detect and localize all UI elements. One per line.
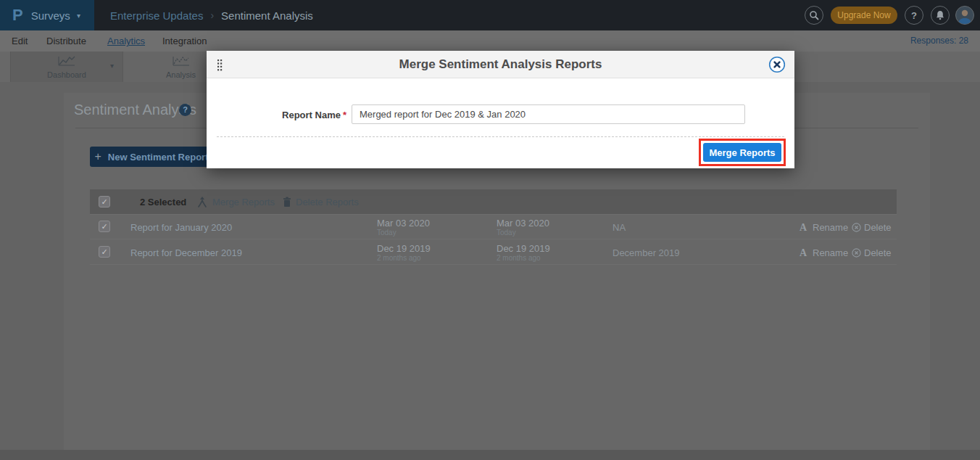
report-period: NA — [612, 222, 626, 233]
delete-action[interactable]: Delete — [864, 222, 892, 233]
report-name-label: Report Name* — [250, 110, 346, 120]
modified-date: Dec 19 2019 — [497, 243, 550, 254]
required-asterisk: * — [343, 110, 346, 120]
top-bar: P Surveys ▾ Enterprise Updates › Sentime… — [0, 0, 980, 30]
caret-down-icon: ▾ — [110, 62, 114, 70]
trash-icon — [283, 197, 291, 208]
nav-item-analytics[interactable]: Analytics — [107, 30, 145, 52]
modal-title: Merge Sentiment Analysis Reports — [207, 51, 794, 78]
modified-relative: Today — [497, 229, 516, 237]
merge-reports-modal: Merge Sentiment Analysis Reports Report … — [207, 51, 794, 168]
analysis-chart-icon — [172, 55, 191, 67]
report-row-december-2019: ✓ Report for December 2019 Dec 19 2019 2… — [90, 240, 897, 265]
chevron-right-icon: › — [210, 9, 214, 21]
page-title: Sentiment Analysis — [74, 102, 196, 118]
page-help-icon[interactable]: ? — [179, 104, 191, 116]
caret-down-icon: ▾ — [77, 12, 80, 20]
search-icon — [809, 10, 819, 20]
help-button[interactable]: ? — [905, 6, 923, 25]
delete-reports-action[interactable]: Delete Reports — [296, 197, 359, 208]
app-screen: P Surveys ▾ Enterprise Updates › Sentime… — [0, 0, 980, 460]
survey-nav: Edit Distribute Analytics Integration Re… — [0, 30, 980, 52]
merge-reports-action[interactable]: Merge Reports — [212, 197, 275, 208]
report-name-input[interactable] — [352, 104, 745, 124]
question-mark-icon: ? — [911, 10, 917, 21]
modal-header: Merge Sentiment Analysis Reports — [207, 51, 794, 78]
person-icon — [956, 7, 973, 24]
surveys-menu[interactable]: P Surveys ▾ — [0, 0, 94, 30]
plus-icon: + — [94, 150, 101, 163]
breadcrumb-current: Sentiment Analysis — [221, 9, 313, 22]
delete-circle-x-icon — [852, 223, 861, 232]
row-checkbox[interactable]: ✓ — [99, 246, 110, 258]
breadcrumb: Enterprise Updates › Sentiment Analysis — [110, 0, 313, 30]
nav-item-edit[interactable]: Edit — [12, 30, 28, 52]
search-button[interactable] — [805, 6, 823, 25]
check-icon: ✓ — [101, 197, 107, 206]
line-chart-icon — [57, 55, 76, 67]
report-name-link[interactable]: Report for December 2019 — [130, 247, 242, 258]
responses-count: Responses: 28 — [910, 30, 968, 52]
bulk-actions-bar: ✓ 2 Selected Merge Reports Delete Report… — [90, 189, 897, 215]
modified-relative: 2 months ago — [497, 254, 541, 262]
check-icon: ✓ — [101, 247, 107, 256]
user-avatar[interactable] — [955, 6, 974, 25]
created-date: Mar 03 2020 — [377, 218, 430, 229]
delete-action[interactable]: Delete — [864, 247, 892, 258]
report-name-link[interactable]: Report for January 2020 — [130, 222, 232, 233]
check-icon: ✓ — [101, 222, 107, 231]
bell-icon — [935, 10, 945, 20]
rename-icon: A — [800, 247, 807, 259]
rename-action[interactable]: Rename — [813, 247, 848, 258]
footer-strip — [0, 450, 980, 460]
upgrade-now-button[interactable]: Upgrade Now — [831, 7, 897, 24]
notifications-button[interactable] — [931, 6, 950, 25]
created-relative: Today — [377, 229, 396, 237]
breadcrumb-parent[interactable]: Enterprise Updates — [110, 9, 203, 22]
merge-reports-button[interactable]: Merge Reports — [703, 143, 781, 162]
modified-date: Mar 03 2020 — [497, 218, 549, 229]
select-all-checkbox[interactable]: ✓ — [99, 196, 110, 208]
new-sentiment-report-button[interactable]: + New Sentiment Report — [90, 147, 213, 167]
report-row-january-2020: ✓ Report for January 2020 Mar 03 2020 To… — [90, 215, 897, 239]
toolbar-tab-dashboard[interactable]: Dashboard ▾ — [10, 52, 123, 82]
delete-circle-x-icon — [852, 248, 861, 258]
created-relative: 2 months ago — [377, 254, 421, 262]
nav-item-integration[interactable]: Integration — [162, 30, 207, 52]
nav-item-distribute[interactable]: Distribute — [46, 30, 86, 52]
selected-count: 2 Selected — [140, 197, 186, 208]
row-checkbox[interactable]: ✓ — [99, 221, 110, 232]
report-period: December 2019 — [612, 247, 680, 258]
close-icon[interactable] — [768, 56, 786, 73]
rename-action[interactable]: Rename — [813, 222, 848, 233]
merge-icon — [197, 196, 207, 208]
created-date: Dec 19 2019 — [377, 243, 431, 254]
brand-logo: P — [12, 6, 23, 25]
rename-icon: A — [800, 222, 807, 234]
modal-divider — [217, 136, 784, 137]
